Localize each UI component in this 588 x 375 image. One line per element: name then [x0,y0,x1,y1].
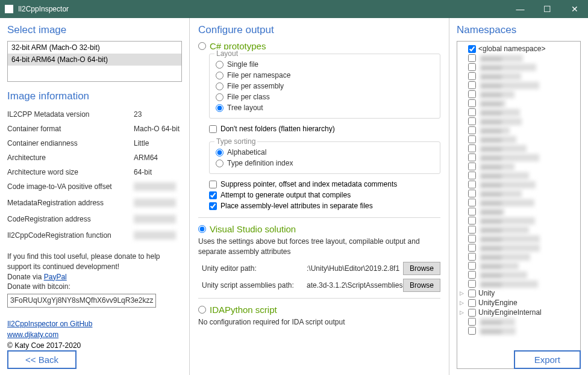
namespace-tree[interactable]: <global namespace>xxxxxxxxxxxxxxxxxxxxxx… [457,41,581,369]
namespace-checkbox[interactable] [468,117,476,125]
namespace-item[interactable]: xxxxxx [460,317,578,326]
namespace-checkbox[interactable] [468,181,476,188]
layout-radio[interactable] [216,72,224,79]
namespace-item[interactable]: xxxxxx [460,126,578,135]
namespace-checkbox[interactable] [468,318,476,326]
image-list[interactable]: 32-bit ARM (Mach-O 32-bit)64-bit ARM64 (… [7,41,182,82]
namespace-item[interactable]: xxxxxx [460,180,578,189]
compile-checkbox[interactable] [209,191,217,199]
browse-script-button[interactable]: Browse [403,279,440,292]
namespace-item[interactable]: ▷UnityEngine [460,298,578,308]
expand-icon[interactable]: ▷ [460,309,466,315]
namespace-item[interactable]: xxxxxx [460,171,578,180]
namespace-item[interactable]: xxxxxx [460,216,578,225]
namespace-item[interactable]: xxxxxx [460,189,578,198]
namespace-item[interactable]: xxxxxx [460,63,578,72]
layout-option[interactable]: File per assembly [216,81,434,91]
namespace-item[interactable]: xxxxxx [460,135,578,144]
bitcoin-address[interactable]: 3FoRUqUXgYj8NY8sMQfhX6vv9LqR3e2kzz [7,294,156,308]
namespace-checkbox[interactable] [468,244,476,252]
namespace-checkbox[interactable] [468,309,476,317]
namespace-checkbox[interactable] [468,81,476,89]
ida-script-radio[interactable]: IDAPython script [198,305,440,315]
namespace-item[interactable]: xxxxxx [460,144,578,153]
namespace-checkbox[interactable] [468,299,476,307]
ida-radio-input[interactable] [198,306,206,314]
namespace-checkbox[interactable] [468,208,476,215]
namespace-checkbox[interactable] [468,72,476,80]
layout-option[interactable]: Tree layout [216,102,434,113]
expand-icon[interactable]: ▷ [460,290,466,296]
namespace-item[interactable]: xxxxxx [460,81,578,90]
layout-option[interactable]: File per class [216,91,434,102]
namespace-checkbox[interactable] [468,226,476,234]
namespace-checkbox[interactable] [468,54,476,62]
minimize-icon[interactable]: — [507,0,534,18]
layout-option[interactable]: Single file [216,59,434,70]
sort-option[interactable]: Alphabetical [216,147,434,158]
namespace-checkbox[interactable] [468,217,476,225]
namespace-checkbox[interactable] [468,199,476,206]
flatten-checkbox[interactable] [209,125,217,133]
layout-radio[interactable] [216,82,224,90]
namespace-checkbox[interactable] [468,63,476,71]
back-button[interactable]: << Back [7,350,77,369]
namespace-item[interactable]: xxxxxx [460,279,578,288]
layout-radio[interactable] [216,93,224,101]
namespace-checkbox[interactable] [468,262,476,270]
namespace-item[interactable]: xxxxxx [460,261,578,270]
namespace-checkbox[interactable] [468,90,476,98]
namespace-item[interactable]: ▷UnityEngineInternal [460,308,578,317]
vs-radio-input[interactable] [198,225,206,233]
layout-radio[interactable] [216,104,224,112]
github-link[interactable]: Il2CppInspector on GitHub [7,320,92,328]
namespace-checkbox[interactable] [468,99,476,107]
namespace-checkbox[interactable] [468,253,476,261]
namespace-item[interactable]: <global namespace> [460,44,578,54]
namespace-item[interactable]: xxxxxx [460,234,578,243]
namespace-item[interactable]: xxxxxx [460,162,578,171]
namespace-checkbox[interactable] [468,153,476,161]
namespace-checkbox[interactable] [468,271,476,279]
namespace-item[interactable]: xxxxxx [460,270,578,279]
compile-checkbox-row[interactable]: Attempt to generate output that compiles [209,190,440,200]
image-list-item[interactable]: 64-bit ARM64 (Mach-O 64-bit) [8,54,181,66]
sort-radio[interactable] [216,160,224,167]
namespace-item[interactable]: xxxxxx [460,198,578,207]
namespace-item[interactable]: xxxxxx [460,225,578,234]
namespace-checkbox[interactable] [468,126,476,134]
layout-option[interactable]: File per namespace [216,70,434,81]
site-link[interactable]: www.djkaty.com [7,330,58,339]
namespace-item[interactable]: xxxxxx [460,207,578,216]
maximize-icon[interactable]: ☐ [534,0,561,18]
expand-icon[interactable]: ▷ [460,300,466,306]
suppress-checkbox-row[interactable]: Suppress pointer, offset and index metad… [209,179,440,190]
namespace-item[interactable]: xxxxxx [460,252,578,261]
namespace-checkbox[interactable] [468,280,476,288]
suppress-checkbox[interactable] [209,181,217,188]
sort-radio[interactable] [216,149,224,157]
namespace-checkbox[interactable] [468,190,476,197]
namespace-item[interactable]: xxxxxx [460,117,578,126]
namespace-item[interactable]: xxxxxx [460,72,578,81]
namespace-checkbox[interactable] [468,163,476,170]
namespace-item[interactable]: xxxxxx [460,90,578,99]
namespace-item[interactable]: ▷Unity [460,288,578,298]
vs-solution-radio[interactable]: Visual Studio solution [198,224,440,234]
sort-option[interactable]: Type definition index [216,158,434,169]
namespace-item[interactable]: xxxxxx [460,54,578,63]
namespace-item[interactable]: xxxxxx [460,243,578,252]
flatten-checkbox-row[interactable]: Don't nest folders (flatten hierarchy) [209,123,440,134]
namespace-checkbox[interactable] [468,235,476,243]
paypal-link[interactable]: PayPal [44,273,67,281]
namespace-checkbox[interactable] [468,45,476,53]
namespace-item[interactable]: xxxxxx [460,99,578,108]
namespace-checkbox[interactable] [468,108,476,116]
close-icon[interactable]: ✕ [561,0,588,18]
namespace-checkbox[interactable] [468,135,476,143]
namespace-checkbox[interactable] [468,172,476,179]
namespace-checkbox[interactable] [468,144,476,152]
namespace-item[interactable]: xxxxxx [460,108,578,117]
namespace-checkbox[interactable] [468,327,476,335]
export-button[interactable]: Export [514,350,581,369]
